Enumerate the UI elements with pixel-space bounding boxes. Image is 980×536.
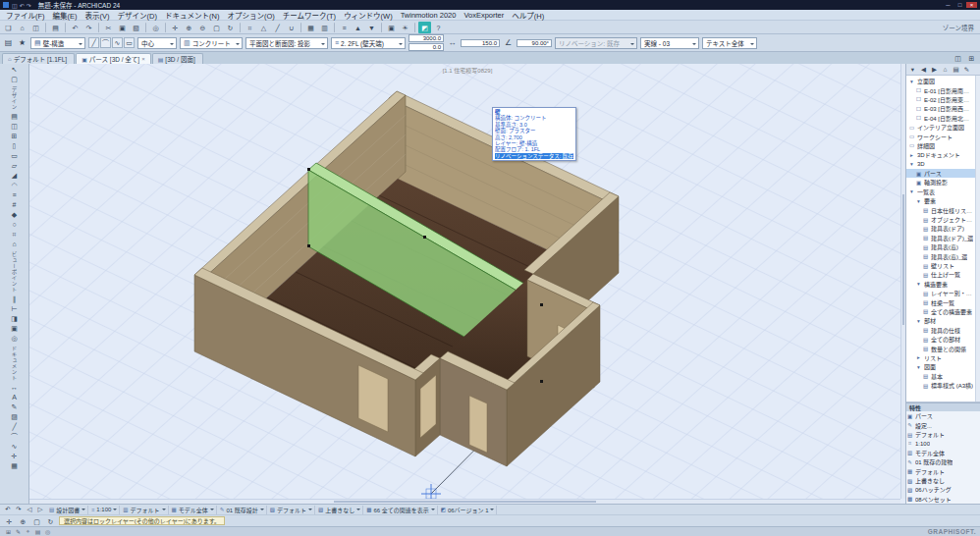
- chained-wall-icon[interactable]: ∿: [112, 37, 123, 48]
- layer-dropdown[interactable]: ▤ 壁-構造: [30, 37, 85, 49]
- detail-mini-icon[interactable]: ◎: [43, 528, 52, 535]
- section-tool-icon[interactable]: ∥: [2, 295, 27, 304]
- tree-item[interactable]: ▾ 立面図: [906, 77, 980, 85]
- tab-close-icon[interactable]: ×: [141, 56, 145, 62]
- tree-item[interactable]: ▤ 建具表(ドア): [906, 224, 980, 233]
- magnet-icon[interactable]: ∪: [285, 22, 298, 33]
- slab-tool-icon[interactable]: ▱: [2, 161, 27, 171]
- toolbar-icon[interactable]: [98, 23, 99, 32]
- menu-item[interactable]: チームワーク(T): [279, 10, 340, 21]
- fit-mini-icon[interactable]: ▢: [30, 515, 43, 527]
- view-tab[interactable]: ▣ パース [3D / 全て] ×: [76, 53, 151, 64]
- quick-option[interactable]: ⌗ 1:100: [89, 506, 120, 514]
- tree-item[interactable]: ▤ 日本仕様リスト類: [906, 205, 980, 214]
- search-icon[interactable]: ◎: [149, 22, 162, 33]
- shell-tool-icon[interactable]: ◠: [2, 181, 27, 190]
- wall-height-field[interactable]: 3000.0: [408, 34, 444, 42]
- menu-item[interactable]: ドキュメント(N): [161, 10, 223, 21]
- close-button[interactable]: ×: [966, 2, 977, 8]
- toolbar-icon[interactable]: [240, 23, 241, 32]
- gravity-icon[interactable]: △: [257, 22, 270, 33]
- nav-back-icon[interactable]: ◀: [919, 66, 928, 74]
- 3d-view-canvas[interactable]: [29, 64, 905, 504]
- menu-item[interactable]: 編集(E): [49, 10, 82, 21]
- quick-option[interactable]: ✎ 01 既存設計: [218, 506, 267, 514]
- print-icon[interactable]: ▤: [49, 22, 62, 33]
- redo-icon[interactable]: ↷: [82, 22, 95, 33]
- toolbar-icon[interactable]: [334, 23, 335, 32]
- elevation-tool-icon[interactable]: ⊢: [2, 304, 27, 314]
- undo-quick-icon[interactable]: ↶: [20, 2, 25, 9]
- tree-item[interactable]: ▣ パース: [906, 169, 980, 178]
- property-row[interactable]: ▥ モデル全体: [906, 449, 980, 457]
- arrow-tool-icon[interactable]: ↖: [2, 65, 27, 75]
- map-icon[interactable]: ▤: [952, 66, 960, 74]
- property-row[interactable]: ✎ 設定...: [906, 420, 980, 429]
- toolbar-icon[interactable]: [45, 23, 46, 32]
- tree-item[interactable]: ☐ E-01 [日影用南側立面]: [906, 85, 980, 94]
- label-tool-icon[interactable]: ✎: [2, 402, 27, 412]
- tree-item[interactable]: ▾ 構造要素: [906, 280, 980, 289]
- beam-tool-icon[interactable]: ▭: [2, 151, 27, 161]
- tree-item[interactable]: ▤ 全ての構造要素: [906, 307, 980, 316]
- tree-item[interactable]: ▤ 全ての部材: [906, 335, 980, 344]
- tree-item[interactable]: ▤ 建具の仕様: [906, 326, 980, 335]
- save-icon[interactable]: ◫: [29, 22, 42, 33]
- undo-icon[interactable]: ↶: [69, 22, 82, 33]
- help-icon[interactable]: ?: [432, 22, 445, 33]
- view-tab[interactable]: ⌂ デフォルト [1.1FL]: [2, 53, 75, 64]
- tree-item[interactable]: ▤ 数量との関係: [906, 344, 980, 352]
- pan-mini-icon[interactable]: ✛: [3, 515, 16, 527]
- toolbar-icon[interactable]: [145, 23, 146, 32]
- morph-tool-icon[interactable]: ◆: [2, 210, 27, 220]
- redo-nav-icon[interactable]: ↷: [14, 506, 24, 513]
- wall-base-field[interactable]: 0.0: [408, 43, 444, 51]
- tree-item[interactable]: ▤ 建具表(ドア)_還: [906, 234, 980, 242]
- toolbar-icon[interactable]: [414, 23, 415, 32]
- wall-tool-icon[interactable]: ▤: [2, 112, 27, 122]
- maximize-button[interactable]: □: [954, 2, 965, 8]
- rect-wall-icon[interactable]: ▭: [124, 37, 135, 48]
- tree-item[interactable]: ▾ 一覧表: [906, 188, 980, 196]
- menu-item[interactable]: ウィンドウ(W): [340, 10, 397, 21]
- renovation-dropdown[interactable]: リノベーション: 既存: [555, 37, 637, 49]
- property-row[interactable]: ▦ デフォルト: [906, 466, 980, 475]
- wall-tool-current-icon[interactable]: ▤: [3, 38, 14, 47]
- zoom-out-icon[interactable]: ⊖: [196, 22, 209, 33]
- tree-item[interactable]: ▤ 壁リスト: [906, 261, 980, 270]
- structure-dropdown[interactable]: ▥ コンクリート: [180, 37, 243, 49]
- layers-mini-icon[interactable]: ▤: [33, 528, 42, 535]
- camera-tool-icon[interactable]: ▣: [2, 324, 27, 334]
- linetype-dropdown[interactable]: 実線 - 03: [640, 37, 699, 49]
- property-row[interactable]: ▣ パース: [906, 411, 980, 420]
- quick-option[interactable]: ▤ 設計図書: [47, 506, 88, 514]
- tree-item[interactable]: ☐ E-04 [日影用北側立面]: [906, 114, 980, 123]
- scrollbar-thumb[interactable]: [902, 194, 904, 325]
- spline-tool-icon[interactable]: ∿: [2, 442, 27, 452]
- ungroup-icon[interactable]: ▥: [318, 22, 331, 33]
- fill-tool-icon[interactable]: ▨: [2, 412, 27, 422]
- tree-item[interactable]: ▤ レイヤー別・構造別: [906, 289, 980, 297]
- open-file-icon[interactable]: ⌂: [16, 22, 28, 33]
- detail-tool-icon[interactable]: ◎: [2, 334, 27, 344]
- nav-forward-icon[interactable]: ▶: [930, 66, 939, 74]
- toolbar-icon[interactable]: [65, 23, 66, 32]
- layers-icon[interactable]: ≡: [338, 22, 351, 33]
- orbit-icon[interactable]: ↻: [224, 22, 237, 33]
- door-panel[interactable]: [469, 396, 487, 453]
- tree-item[interactable]: ▾ 要素: [906, 196, 980, 205]
- tree-item[interactable]: ▭ インテリア立面図: [906, 123, 980, 132]
- vertical-scrollbar[interactable]: [900, 64, 905, 499]
- cut-icon[interactable]: ✂: [102, 22, 115, 33]
- thickness-field[interactable]: 150.0: [461, 39, 500, 47]
- origin-icon[interactable]: ⌖: [24, 528, 32, 535]
- marquee-tool-icon[interactable]: ▢: [2, 75, 27, 84]
- reference-line-dropdown[interactable]: 中心: [137, 37, 177, 49]
- tree-item[interactable]: ▭ ワークシート: [906, 132, 980, 140]
- next-view-icon[interactable]: ▷: [35, 506, 45, 513]
- tree-item[interactable]: ▾ 部材: [906, 316, 980, 325]
- toolbar-icon[interactable]: [300, 23, 301, 32]
- menu-item[interactable]: デザイン(D): [114, 10, 161, 21]
- mesh-tool-icon[interactable]: ⌗: [2, 230, 27, 240]
- grid-snap-icon[interactable]: ⌗: [244, 22, 256, 33]
